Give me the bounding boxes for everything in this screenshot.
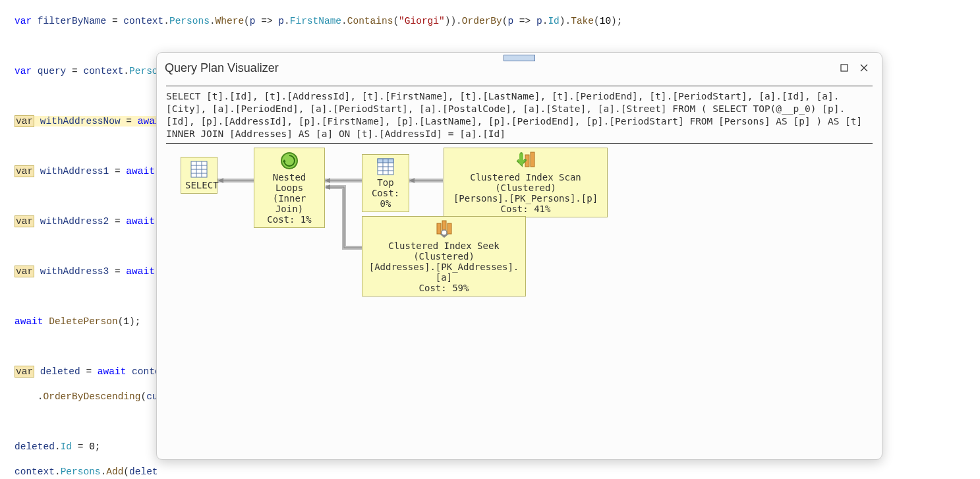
plan-label: Top [366, 177, 405, 188]
plan-label: Clustered Index Seek (Clustered) [366, 240, 521, 262]
table-icon [190, 160, 208, 179]
maximize-icon [840, 64, 848, 72]
svg-rect-0 [841, 65, 848, 71]
plan-label: SELECT [185, 180, 219, 190]
plan-label: (Inner Join) [258, 193, 320, 214]
divider [166, 86, 873, 86]
plan-label: Nested Loops [258, 172, 320, 193]
svg-rect-24 [437, 223, 441, 234]
svg-rect-23 [531, 152, 534, 167]
plan-label: Cost: 41% [448, 204, 603, 214]
close-icon [860, 64, 868, 72]
plan-label: Cost: 59% [366, 283, 521, 293]
maximize-button[interactable] [834, 58, 854, 78]
svg-rect-17 [378, 159, 393, 163]
plan-canvas[interactable]: SELECT Nested Loops (Inner Join) Cost: 1… [166, 148, 873, 398]
index-scan-icon [515, 151, 537, 171]
plan-node-index-scan[interactable]: Clustered Index Scan (Clustered) [Person… [444, 148, 608, 217]
plan-node-select[interactable]: SELECT [181, 157, 217, 194]
plan-label: [Addresses].[PK_Addresses].[a] [366, 262, 521, 283]
close-button[interactable] [854, 58, 874, 78]
query-plan-visualizer-popup: Query Plan Visualizer SELECT [t].[Id], [… [156, 52, 882, 460]
plan-label: Clustered Index Scan (Clustered) [448, 172, 603, 193]
popup-drag-handle[interactable] [504, 55, 535, 61]
table-icon [376, 157, 395, 176]
plan-node-top[interactable]: Top Cost: 0% [362, 154, 409, 212]
nested-loops-icon [279, 151, 299, 171]
divider [166, 143, 873, 144]
plan-label: [Persons].[PK_Persons].[p] [448, 193, 603, 204]
svg-rect-26 [447, 223, 451, 234]
popup-title: Query Plan Visualizer [165, 61, 834, 75]
svg-point-27 [442, 230, 447, 235]
sql-text: SELECT [t].[Id], [t].[AddressId], [t].[F… [166, 90, 873, 143]
plan-label: Cost: 0% [366, 188, 405, 209]
plan-node-index-seek[interactable]: Clustered Index Seek (Clustered) [Addres… [362, 216, 526, 296]
plan-label: Cost: 1% [258, 214, 320, 225]
plan-node-nested-loops[interactable]: Nested Loops (Inner Join) Cost: 1% [254, 148, 325, 228]
index-seek-icon [433, 219, 455, 239]
